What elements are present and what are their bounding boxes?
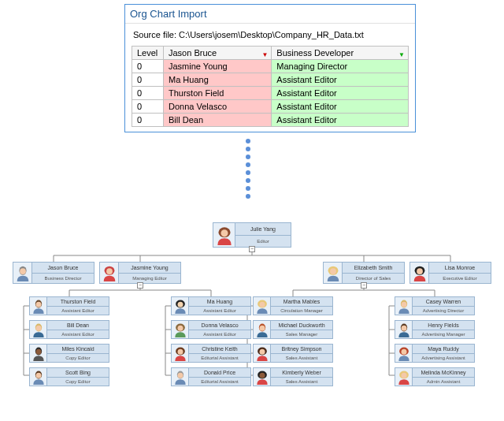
svg-point-47 [35,326,41,331]
svg-point-43 [417,268,423,274]
svg-point-67 [259,373,265,378]
svg-point-73 [401,349,406,355]
avatar-icon [254,368,271,386]
node-role: Director of Sales [343,274,404,284]
avatar-icon [172,321,189,338]
svg-point-39 [106,268,113,274]
avatar-icon [30,345,47,362]
avatar-icon [30,368,47,386]
window-title: Org Chart Import [125,5,415,24]
org-node[interactable]: Donna VelascoAssistant Editor [171,320,251,339]
header-name[interactable]: Jason Bruce▼ [164,47,272,60]
org-node[interactable]: Jasmine YoungManaging Editor [99,262,181,284]
node-role: Assistant Editor [47,307,109,315]
import-window: Org Chart Import Source file: C:\Users\j… [124,4,416,132]
node-role: Advertising Manager [413,330,474,339]
node-role: Sales Assistant [271,378,332,386]
dropdown-icon[interactable]: ▼ [398,51,405,58]
cell-role: Assistant Editor [272,100,409,114]
org-node[interactable]: Melinda McKinneyAdmin Assistant [395,367,475,386]
svg-point-59 [177,373,183,378]
cell-level: 0 [132,60,164,73]
node-role: Editorial Assistant [189,354,250,363]
collapse-toggle[interactable]: − [249,246,255,252]
node-role: Advertising Assistant [413,354,474,363]
avatar-icon [410,263,429,283]
node-role: Managing Editor [119,274,180,284]
collapse-toggle[interactable]: − [361,282,367,289]
node-name: Julie Yang [235,223,291,236]
node-role: Circulation Manager [271,307,332,315]
org-node[interactable]: Julie YangEditor [213,222,291,248]
avatar-icon [395,297,413,315]
svg-point-63 [259,326,265,331]
org-node[interactable]: Lisa MonroeExecutive Editor [410,262,491,284]
cell-level: 0 [132,114,164,127]
ellipsis-dots [246,139,250,199]
node-name: Britney Simpson [271,345,332,354]
collapse-toggle[interactable]: − [137,282,143,289]
node-name: Jasmine Young [119,263,180,274]
node-role: Executive Editor [429,274,491,284]
table-row[interactable]: 0Jasmine YoungManaging Director [132,60,409,73]
avatar-icon [30,321,47,338]
cell-role: Assistant Editor [272,87,409,100]
svg-point-53 [177,302,183,307]
node-role: Assistant Editor [189,307,250,315]
node-name: Christine Keith [189,345,250,354]
avatar-icon [213,223,235,247]
node-name: Thurston Field [47,297,109,307]
cell-role: Assistant Editor [272,114,409,127]
cell-level: 0 [132,100,164,114]
node-name: Ma Huang [189,297,250,307]
cell-level: 0 [132,73,164,87]
node-name: Martha Mables [271,297,332,307]
table-row[interactable]: 0Donna VelascoAssistant Editor [132,100,409,114]
org-node[interactable]: Christine KeithEditorial Assistant [171,344,251,363]
org-node[interactable]: Britney SimpsonSales Assistant [253,344,333,363]
table-row[interactable]: 0Thurston FieldAssistant Editor [132,87,409,100]
svg-point-69 [401,302,406,307]
header-role[interactable]: Business Developer▼ [272,47,409,60]
avatar-icon [172,368,189,386]
org-node[interactable]: Thurston FieldAssistant Editor [29,296,109,315]
dropdown-icon[interactable]: ▼ [261,51,268,58]
org-node[interactable]: Elizabeth SmithDirector of Sales [323,262,405,284]
node-role: Assistant Editor [47,330,109,339]
cell-level: 0 [132,87,164,100]
org-node[interactable]: Bill DeanAssistant Editor [29,320,109,339]
org-node[interactable]: Jason BruceBusiness Director [13,262,94,284]
node-role: Copy Editor [47,378,109,386]
org-node[interactable]: Donald PriceEditorial Assistant [171,367,251,386]
node-role: Editor [235,236,291,248]
cell-role: Assistant Editor [272,73,409,87]
svg-point-41 [330,268,336,274]
org-node[interactable]: Kimberly WeberSales Assistant [253,367,333,386]
avatar-icon [30,297,47,315]
org-node[interactable]: Scott BingCopy Editor [29,367,109,386]
node-role: Business Director [32,274,94,284]
node-role: Admin Assistant [413,378,474,386]
node-name: Melinda McKinney [413,368,474,378]
node-role: Assistant Editor [189,330,250,339]
avatar-icon [172,297,189,315]
header-level[interactable]: Level [132,47,164,60]
avatar-icon [254,345,271,362]
svg-point-45 [35,302,41,307]
node-name: Henry Fields [413,321,474,330]
cell-name: Donna Velasco [164,100,272,114]
table-row[interactable]: 0Bill DeanAssistant Editor [132,114,409,127]
org-node[interactable]: Miles KincaidCopy Editor [29,344,109,363]
org-node[interactable]: Ma HuangAssistant Editor [171,296,251,315]
org-node[interactable]: Casey WarrenAdvertising Director [395,296,475,315]
org-node[interactable]: Henry FieldsAdvertising Manager [395,320,475,339]
avatar-icon [13,263,32,283]
node-name: Lisa Monroe [429,263,491,274]
svg-point-51 [35,373,41,378]
org-node[interactable]: Michael DuckworthSales Manager [253,320,333,339]
org-node[interactable]: Martha MablesCirculation Manager [253,296,333,315]
table-row[interactable]: 0Ma HuangAssistant Editor [132,73,409,87]
org-node[interactable]: Maya RuddyAdvertising Assistant [395,344,475,363]
node-name: Elizabeth Smith [343,263,404,274]
node-role: Advertising Director [413,307,474,315]
